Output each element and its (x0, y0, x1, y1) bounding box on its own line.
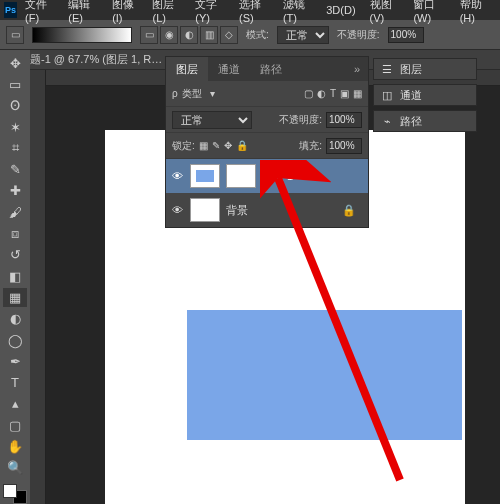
foreground-color-swatch[interactable] (3, 484, 17, 498)
layer-item-background[interactable]: 👁 背景 🔒 (166, 193, 368, 227)
menu-window[interactable]: 窗口(W) (407, 0, 451, 24)
gradient-type-angle-icon[interactable]: ◐ (180, 26, 198, 44)
gradient-type-radial-icon[interactable]: ◉ (160, 26, 178, 44)
opacity-label: 不透明度: (337, 28, 380, 42)
layer-item-1[interactable]: 👁 图层 1 (166, 159, 368, 193)
stack-item-paths[interactable]: ⌁ 路径 (373, 110, 477, 132)
history-brush-tool-icon[interactable]: ↺ (3, 246, 27, 264)
stack-label: 路径 (400, 114, 422, 129)
menu-3d[interactable]: 3D(D) (320, 4, 361, 16)
menu-layer[interactable]: 图层(L) (146, 0, 187, 24)
document-tab[interactable]: 未标题-1 @ 67.7% (图层 1, R… (8, 52, 162, 67)
visibility-icon[interactable]: 👁 (170, 170, 184, 182)
menu-image[interactable]: 图像(I) (106, 0, 144, 24)
filter-adjust-icon[interactable]: ◐ (317, 88, 326, 99)
channels-stack-icon: ◫ (380, 88, 394, 102)
collapsed-panel-stack: ☰ 图层 ◫ 通道 ⌁ 路径 (373, 58, 477, 132)
panel-menu-icon[interactable]: » (346, 63, 368, 75)
layer-blend-mode-select[interactable]: 正常 (172, 111, 252, 129)
app-icon: Ps (4, 2, 17, 18)
stack-item-channels[interactable]: ◫ 通道 (373, 84, 477, 106)
gradient-type-diamond-icon[interactable]: ◇ (220, 26, 238, 44)
filter-smart-icon[interactable]: ▦ (353, 88, 362, 99)
layers-panel: 图层 通道 路径 » ρ 类型 ▾ ▢ ◐ T ▣ ▦ 正常 不透明度: 锁定:… (165, 56, 369, 228)
layer-name[interactable]: 图层 1 (262, 169, 293, 184)
tool-preset-icon[interactable]: ▭ (6, 26, 24, 44)
lock-paint-icon[interactable]: ✎ (212, 140, 220, 151)
pen-tool-icon[interactable]: ✒ (3, 352, 27, 370)
lock-all-icon[interactable]: 🔒 (236, 140, 248, 151)
stack-item-layers[interactable]: ☰ 图层 (373, 58, 477, 80)
menu-file[interactable]: 文件(F) (19, 0, 60, 24)
healing-brush-tool-icon[interactable]: ✚ (3, 182, 27, 200)
gradient-type-reflected-icon[interactable]: ▥ (200, 26, 218, 44)
rectangle-tool-icon[interactable]: ▢ (3, 416, 27, 434)
menubar: Ps 文件(F) 编辑(E) 图像(I) 图层(L) 文字(Y) 选择(S) 滤… (0, 0, 500, 20)
layer-thumb[interactable] (190, 164, 220, 188)
brush-tool-icon[interactable]: 🖌 (3, 203, 27, 221)
type-filter-icon[interactable]: ρ (172, 88, 178, 99)
lock-position-icon[interactable]: ✥ (224, 140, 232, 151)
menu-select[interactable]: 选择(S) (233, 0, 275, 24)
lock-icon: 🔒 (342, 204, 364, 217)
options-bar: ▭ ▭ ◉ ◐ ▥ ◇ 模式: 正常 不透明度: (0, 20, 500, 50)
path-selection-tool-icon[interactable]: ▴ (3, 395, 27, 413)
gradient-tool-icon[interactable]: ▦ (3, 288, 27, 306)
crop-tool-icon[interactable]: ⌗ (3, 139, 27, 157)
menu-edit[interactable]: 编辑(E) (62, 0, 104, 24)
menu-view[interactable]: 视图(V) (364, 0, 406, 24)
eyedropper-tool-icon[interactable]: ✎ (3, 160, 27, 178)
tab-layers[interactable]: 图层 (166, 57, 208, 81)
lock-transparency-icon[interactable]: ▦ (199, 140, 208, 151)
move-tool-icon[interactable]: ✥ (3, 54, 27, 72)
type-tool-icon[interactable]: T (3, 373, 27, 391)
menu-help[interactable]: 帮助(H) (454, 0, 496, 24)
filter-shape-icon[interactable]: ▣ (340, 88, 349, 99)
opacity-input[interactable] (388, 27, 424, 43)
filter-type-icon[interactable]: T (330, 88, 336, 99)
paths-stack-icon: ⌁ (380, 114, 394, 128)
layer-list: 👁 图层 1 👁 背景 🔒 (166, 159, 368, 227)
lock-fill-row: 锁定: ▦ ✎ ✥ 🔒 填充: (166, 133, 368, 159)
menu-filter[interactable]: 滤镜(T) (277, 0, 318, 24)
lock-label: 锁定: (172, 139, 195, 153)
gradient-swatch[interactable] (32, 27, 132, 43)
blend-mode-select[interactable]: 正常 (277, 26, 329, 44)
color-swatches[interactable] (3, 484, 27, 504)
gradient-type-linear-icon[interactable]: ▭ (140, 26, 158, 44)
magic-wand-tool-icon[interactable]: ✶ (3, 118, 27, 136)
filter-row: ρ 类型 ▾ ▢ ◐ T ▣ ▦ (166, 81, 368, 107)
eraser-tool-icon[interactable]: ◧ (3, 267, 27, 285)
layer-opacity-label: 不透明度: (279, 113, 322, 127)
blue-rectangle-shape[interactable] (187, 310, 462, 440)
tab-channels[interactable]: 通道 (208, 57, 250, 81)
tab-paths[interactable]: 路径 (250, 57, 292, 81)
layer-mask-thumb[interactable] (226, 164, 256, 188)
filter-pixel-icon[interactable]: ▢ (304, 88, 313, 99)
layer-fill-input[interactable] (326, 138, 362, 154)
layer-thumb[interactable] (190, 198, 220, 222)
lasso-tool-icon[interactable]: ʘ (3, 97, 27, 115)
ruler-vertical[interactable] (30, 70, 46, 504)
layers-panel-tabs: 图层 通道 路径 » (166, 57, 368, 81)
stack-label: 图层 (400, 62, 422, 77)
layers-stack-icon: ☰ (380, 62, 394, 76)
blend-opacity-row: 正常 不透明度: (166, 107, 368, 133)
mode-label: 模式: (246, 28, 269, 42)
visibility-icon[interactable]: 👁 (170, 204, 184, 216)
dodge-tool-icon[interactable]: ◯ (3, 331, 27, 349)
stack-label: 通道 (400, 88, 422, 103)
clone-stamp-tool-icon[interactable]: ⧈ (3, 224, 27, 242)
menu-type[interactable]: 文字(Y) (189, 0, 231, 24)
layer-opacity-input[interactable] (326, 112, 362, 128)
fill-label: 填充: (299, 139, 322, 153)
type-filter-label: 类型 (182, 87, 202, 101)
hand-tool-icon[interactable]: ✋ (3, 437, 27, 455)
blur-tool-icon[interactable]: ◐ (3, 310, 27, 328)
zoom-tool-icon[interactable]: 🔍 (3, 459, 27, 477)
toolbar: ✥ ▭ ʘ ✶ ⌗ ✎ ✚ 🖌 ⧈ ↺ ◧ ▦ ◐ ◯ ✒ T ▴ ▢ ✋ 🔍 (0, 50, 30, 504)
marquee-tool-icon[interactable]: ▭ (3, 75, 27, 93)
layer-name[interactable]: 背景 (226, 203, 248, 218)
